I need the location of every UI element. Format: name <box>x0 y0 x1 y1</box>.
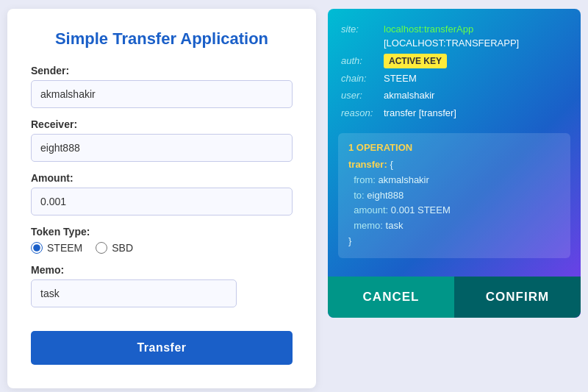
transfer-button[interactable]: Transfer <box>31 331 293 365</box>
reason-row: reason: transfer [transfer] <box>341 106 567 121</box>
op-from-val: akmalshakir <box>378 174 429 185</box>
sbd-radio[interactable] <box>96 242 107 254</box>
amount-group: Amount: <box>31 172 293 215</box>
op-memo-line: memo: task <box>348 218 560 234</box>
sender-group: Sender: <box>31 65 293 108</box>
transfer-form-panel: Simple Transfer Application Sender: Rece… <box>7 9 316 388</box>
app-title: Simple Transfer Application <box>31 29 293 49</box>
auth-info: site: localhost:transferApp [LOCALHOST:T… <box>328 9 581 134</box>
sender-label: Sender: <box>31 65 293 76</box>
reason-value: transfer [transfer] <box>384 106 456 121</box>
receiver-label: Receiver: <box>31 118 293 130</box>
cancel-button[interactable]: CANCEL <box>328 277 454 318</box>
steem-radio[interactable] <box>31 242 43 254</box>
auth-row: auth: ACTIVE KEY <box>341 54 567 68</box>
op-amount-val: 0.001 STEEM <box>391 204 451 215</box>
reason-key: reason: <box>341 106 384 121</box>
amount-input[interactable] <box>31 188 293 215</box>
steem-radio-option[interactable]: STEEM <box>31 242 82 254</box>
memo-group: Memo: <box>31 264 293 307</box>
user-value: akmalshakir <box>384 88 434 103</box>
action-row: CANCEL CONFIRM <box>328 277 581 318</box>
token-type-group: Token Type: STEEM SBD <box>31 226 293 254</box>
site-url-green: localhost:transferApp <box>384 24 473 35</box>
operation-box: 1 OPERATION transfer: { from: akmalshaki… <box>338 133 570 258</box>
user-row: user: akmalshakir <box>341 88 567 103</box>
chain-key: chain: <box>341 71 384 86</box>
token-type-label: Token Type: <box>31 226 293 238</box>
op-to-val: eight888 <box>367 190 404 201</box>
op-brace-close: } <box>348 235 351 246</box>
sbd-radio-option[interactable]: SBD <box>96 242 133 254</box>
chain-row: chain: STEEM <box>341 71 567 86</box>
op-memo-key: memo: <box>354 220 383 231</box>
op-to-key: to: <box>354 190 364 201</box>
site-url-bracket: [LOCALHOST:TRANSFERAPP] <box>384 38 519 49</box>
user-key: user: <box>341 88 384 103</box>
op-key: transfer: <box>348 159 387 170</box>
memo-label: Memo: <box>31 264 293 276</box>
steem-label: STEEM <box>47 242 82 254</box>
op-amount-line: amount: 0.001 STEEM <box>348 203 560 218</box>
auth-panel: site: localhost:transferApp [LOCALHOST:T… <box>328 9 581 318</box>
memo-input[interactable] <box>31 279 237 307</box>
receiver-input[interactable] <box>31 134 293 162</box>
sbd-label: SBD <box>112 242 133 254</box>
confirm-button[interactable]: CONFIRM <box>454 277 581 318</box>
site-row: site: localhost:transferApp [LOCALHOST:T… <box>341 22 567 51</box>
op-amount-key: amount: <box>354 204 388 215</box>
sender-input[interactable] <box>31 80 293 108</box>
op-brace-open: { <box>390 159 392 170</box>
chain-value: STEEM <box>384 71 417 86</box>
operation-title: 1 OPERATION <box>348 142 560 153</box>
op-memo-val: task <box>386 220 404 231</box>
op-to-line: to: eight888 <box>348 188 560 204</box>
op-from-line: from: akmalshakir <box>348 173 560 188</box>
receiver-group: Receiver: <box>31 118 293 162</box>
amount-label: Amount: <box>31 172 293 184</box>
auth-key: auth: <box>341 54 384 68</box>
op-from-key: from: <box>354 174 376 185</box>
op-brace-close-line: } <box>348 234 560 249</box>
site-key: site: <box>341 22 384 51</box>
op-transfer-line: transfer: { <box>348 157 560 173</box>
active-key-badge: ACTIVE KEY <box>384 54 447 68</box>
